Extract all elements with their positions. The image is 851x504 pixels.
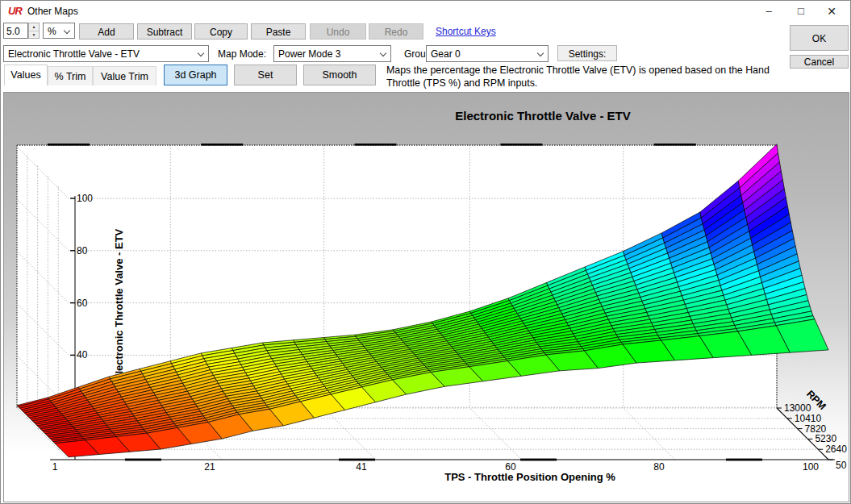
maximize-icon[interactable]: □ [787,1,815,22]
svg-text:60: 60 [77,298,88,309]
add-button[interactable]: Add [79,23,134,40]
tab-value-trim[interactable]: Value Trim [93,66,156,85]
map-mode-label: Map Mode: [218,48,266,60]
window-title: Other Maps [27,6,78,17]
chevron-down-icon [198,50,204,56]
svg-text:Electronic Throttle Valve - ET: Electronic Throttle Valve - ETV [455,109,631,123]
title-bar: UR Other Maps – □ ✕ [1,1,850,22]
surface-plot-canvas: 100806040Electronic Throttle Valve - ETV… [4,93,849,502]
set-button[interactable]: Set [234,65,297,85]
svg-text:80: 80 [77,245,88,256]
svg-text:TPS - Throttle Position Openin: TPS - Throttle Position Opening % [444,471,615,483]
ok-button[interactable]: OK [790,25,849,51]
cancel-button[interactable]: Cancel [790,55,849,69]
map-select-value: Electronic Throttle Valve - ETV [8,48,140,60]
chevron-down-icon [537,50,544,56]
svg-text:100: 100 [803,461,819,473]
settings-button[interactable]: Settings: [557,45,617,61]
map-mode-select[interactable]: Power Mode 3 [273,45,391,62]
minimize-icon[interactable]: – [755,1,782,22]
window: UR Other Maps – □ ✕ ▲ ▼ % Add Subtract C… [0,0,851,504]
tab-pct-trim[interactable]: % Trim [48,66,93,85]
svg-text:41: 41 [356,461,367,473]
undo-button[interactable]: Undo [310,23,366,40]
svg-text:100: 100 [77,193,93,204]
group-value: Gear 0 [431,48,461,60]
smooth-button[interactable]: Smooth [303,65,376,85]
step-value-input[interactable] [3,23,28,39]
svg-text:21: 21 [204,461,215,473]
unit-select[interactable]: % [43,23,75,39]
map-description: Maps the percentage the Electronic Throt… [386,64,772,90]
shortcut-keys-link[interactable]: Shortcut Keys [436,26,496,37]
svg-text:50: 50 [836,460,847,471]
spin-down-icon[interactable]: ▼ [29,31,39,38]
svg-text:1: 1 [52,461,58,473]
chevron-down-icon [380,50,386,56]
svg-text:80: 80 [653,461,665,473]
chevron-down-icon [64,27,70,34]
paste-button[interactable]: Paste [251,23,306,40]
step-spinner[interactable]: ▲ ▼ [28,23,40,39]
map-mode-value: Power Mode 3 [278,48,340,60]
group-select[interactable]: Gear 0 [426,45,549,62]
map-select[interactable]: Electronic Throttle Valve - ETV [3,45,209,62]
tab-values[interactable]: Values [4,65,48,85]
svg-text:40: 40 [77,349,88,360]
app-logo-icon: UR [8,5,24,18]
view-3d-graph-button[interactable]: 3d Graph [164,65,227,85]
spin-up-icon[interactable]: ▲ [29,23,39,31]
svg-text:Electronic Throttle Valve - ET: Electronic Throttle Valve - ETV [113,228,125,381]
subtract-button[interactable]: Subtract [137,23,192,40]
copy-button[interactable]: Copy [194,23,248,40]
unit-value: % [48,26,56,37]
close-icon[interactable]: ✕ [818,1,845,22]
3d-surface-chart[interactable]: 100806040Electronic Throttle Valve - ETV… [3,92,849,502]
svg-text:2640: 2640 [825,444,847,455]
redo-button[interactable]: Redo [369,23,423,40]
